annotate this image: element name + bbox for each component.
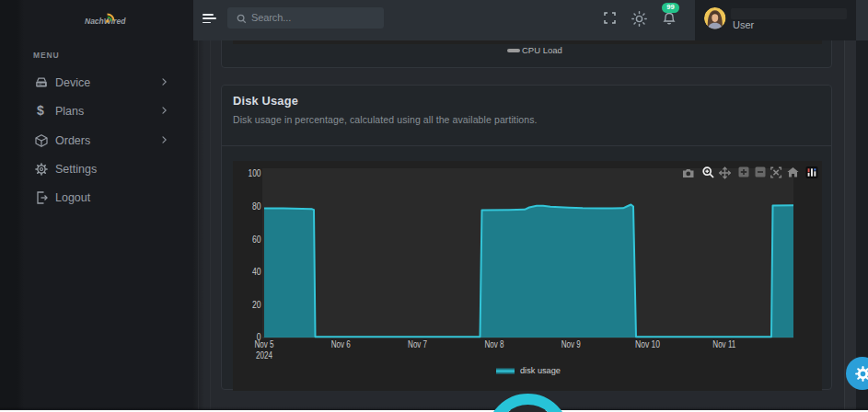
svg-text:2024: 2024: [256, 349, 272, 360]
svg-text:Nov 11: Nov 11: [712, 338, 735, 349]
svg-text:Nov 9: Nov 9: [561, 338, 581, 349]
svg-text:Nov 6: Nov 6: [331, 338, 351, 349]
svg-text:60: 60: [252, 234, 261, 245]
svg-text:40: 40: [252, 266, 261, 277]
svg-text:80: 80: [252, 200, 261, 212]
svg-text:100: 100: [249, 167, 261, 178]
svg-text:20: 20: [252, 299, 261, 310]
svg-text:Nov 8: Nov 8: [484, 338, 503, 349]
svg-text:Nov 5: Nov 5: [255, 338, 274, 349]
svg-text:Nov 7: Nov 7: [408, 338, 427, 349]
svg-text:disk usage: disk usage: [520, 366, 561, 375]
svg-text:Nov 10: Nov 10: [635, 338, 660, 349]
